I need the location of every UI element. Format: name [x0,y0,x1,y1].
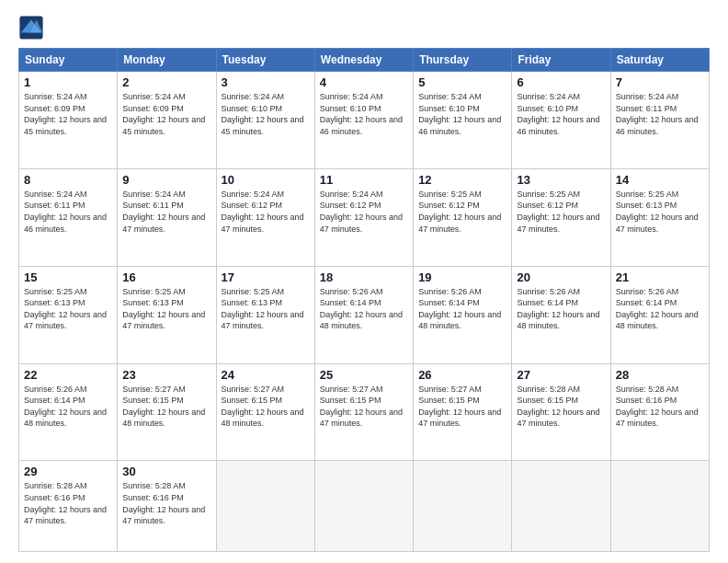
calendar-cell [512,461,610,552]
calendar-header-wednesday: Wednesday [314,49,413,72]
day-info: Sunrise: 5:26 AM Sunset: 6:14 PM Dayligh… [616,286,704,332]
calendar-cell: 22 Sunrise: 5:26 AM Sunset: 6:14 PM Dayl… [19,363,118,461]
day-number: 25 [320,368,408,382]
day-number: 19 [418,270,506,284]
calendar-cell [216,461,314,552]
calendar-cell: 18 Sunrise: 5:26 AM Sunset: 6:14 PM Dayl… [314,266,413,363]
calendar-cell: 21 Sunrise: 5:26 AM Sunset: 6:14 PM Dayl… [610,266,709,363]
calendar-cell: 19 Sunrise: 5:26 AM Sunset: 6:14 PM Dayl… [414,266,512,363]
day-info: Sunrise: 5:27 AM Sunset: 6:15 PM Dayligh… [320,384,408,430]
calendar-cell: 7 Sunrise: 5:24 AM Sunset: 6:11 PM Dayli… [610,72,709,169]
calendar-cell: 6 Sunrise: 5:24 AM Sunset: 6:10 PM Dayli… [512,72,610,169]
calendar-cell: 1 Sunrise: 5:24 AM Sunset: 6:09 PM Dayli… [19,72,118,169]
day-info: Sunrise: 5:26 AM Sunset: 6:14 PM Dayligh… [418,286,506,332]
page: SundayMondayTuesdayWednesdayThursdayFrid… [0,0,728,563]
day-info: Sunrise: 5:27 AM Sunset: 6:15 PM Dayligh… [418,384,506,430]
calendar-cell: 4 Sunrise: 5:24 AM Sunset: 6:10 PM Dayli… [314,72,413,169]
calendar-cell: 26 Sunrise: 5:27 AM Sunset: 6:15 PM Dayl… [414,363,512,461]
day-info: Sunrise: 5:27 AM Sunset: 6:15 PM Dayligh… [222,384,310,430]
day-number: 20 [517,270,605,284]
calendar-cell: 28 Sunrise: 5:28 AM Sunset: 6:16 PM Dayl… [610,363,709,461]
day-info: Sunrise: 5:28 AM Sunset: 6:16 PM Dayligh… [24,480,112,526]
day-number: 21 [616,270,704,284]
day-info: Sunrise: 5:25 AM Sunset: 6:12 PM Dayligh… [517,189,605,235]
day-info: Sunrise: 5:24 AM Sunset: 6:11 PM Dayligh… [122,189,210,235]
calendar-cell: 14 Sunrise: 5:25 AM Sunset: 6:13 PM Dayl… [610,168,709,266]
calendar-cell: 8 Sunrise: 5:24 AM Sunset: 6:11 PM Dayli… [19,168,118,266]
day-number: 2 [122,75,210,89]
calendar-cell: 11 Sunrise: 5:24 AM Sunset: 6:12 PM Dayl… [314,168,413,266]
day-info: Sunrise: 5:28 AM Sunset: 6:16 PM Dayligh… [122,480,210,526]
calendar-cell: 13 Sunrise: 5:25 AM Sunset: 6:12 PM Dayl… [512,168,610,266]
calendar-cell [414,461,512,552]
day-info: Sunrise: 5:24 AM Sunset: 6:10 PM Dayligh… [517,91,605,137]
day-number: 8 [24,173,112,187]
calendar-body: 1 Sunrise: 5:24 AM Sunset: 6:09 PM Dayli… [19,72,710,552]
day-info: Sunrise: 5:26 AM Sunset: 6:14 PM Dayligh… [517,286,605,332]
day-info: Sunrise: 5:24 AM Sunset: 6:10 PM Dayligh… [222,91,310,137]
calendar-header-sunday: Sunday [19,49,118,72]
calendar-cell: 10 Sunrise: 5:24 AM Sunset: 6:12 PM Dayl… [216,168,314,266]
day-number: 30 [122,465,210,478]
calendar-cell [314,461,413,552]
day-number: 18 [320,270,408,284]
day-number: 15 [24,270,112,284]
day-info: Sunrise: 5:25 AM Sunset: 6:12 PM Dayligh… [418,189,506,235]
day-number: 13 [517,173,605,187]
calendar-week-5: 29 Sunrise: 5:28 AM Sunset: 6:16 PM Dayl… [19,461,710,552]
day-info: Sunrise: 5:24 AM Sunset: 6:12 PM Dayligh… [222,189,310,235]
day-number: 28 [616,368,704,382]
calendar-week-1: 1 Sunrise: 5:24 AM Sunset: 6:09 PM Dayli… [19,72,710,169]
day-number: 26 [418,368,506,382]
day-number: 1 [24,75,112,89]
logo-icon [18,15,44,40]
day-info: Sunrise: 5:25 AM Sunset: 6:13 PM Dayligh… [222,286,310,332]
day-info: Sunrise: 5:26 AM Sunset: 6:14 PM Dayligh… [320,286,408,332]
calendar-week-4: 22 Sunrise: 5:26 AM Sunset: 6:14 PM Dayl… [19,363,710,461]
day-number: 29 [24,465,112,478]
day-info: Sunrise: 5:25 AM Sunset: 6:13 PM Dayligh… [122,286,210,332]
day-info: Sunrise: 5:24 AM Sunset: 6:09 PM Dayligh… [122,91,210,137]
day-info: Sunrise: 5:26 AM Sunset: 6:14 PM Dayligh… [24,384,112,430]
day-number: 10 [222,173,310,187]
calendar-cell: 2 Sunrise: 5:24 AM Sunset: 6:09 PM Dayli… [118,72,216,169]
calendar-cell: 15 Sunrise: 5:25 AM Sunset: 6:13 PM Dayl… [19,266,118,363]
day-number: 22 [24,368,112,382]
calendar-cell: 5 Sunrise: 5:24 AM Sunset: 6:10 PM Dayli… [414,72,512,169]
calendar-header-friday: Friday [512,49,610,72]
calendar-cell: 23 Sunrise: 5:27 AM Sunset: 6:15 PM Dayl… [118,363,216,461]
day-info: Sunrise: 5:25 AM Sunset: 6:13 PM Dayligh… [24,286,112,332]
calendar-cell: 20 Sunrise: 5:26 AM Sunset: 6:14 PM Dayl… [512,266,610,363]
calendar-cell [610,461,709,552]
day-info: Sunrise: 5:24 AM Sunset: 6:11 PM Dayligh… [24,189,112,235]
calendar-header-thursday: Thursday [414,49,512,72]
day-number: 7 [616,75,704,89]
calendar-week-3: 15 Sunrise: 5:25 AM Sunset: 6:13 PM Dayl… [19,266,710,363]
header [18,15,710,40]
day-number: 11 [320,173,408,187]
day-number: 24 [222,368,310,382]
day-number: 9 [122,173,210,187]
day-info: Sunrise: 5:28 AM Sunset: 6:15 PM Dayligh… [517,384,605,430]
calendar-cell: 12 Sunrise: 5:25 AM Sunset: 6:12 PM Dayl… [414,168,512,266]
day-info: Sunrise: 5:24 AM Sunset: 6:11 PM Dayligh… [616,91,704,137]
day-info: Sunrise: 5:24 AM Sunset: 6:10 PM Dayligh… [320,91,408,137]
calendar-header-saturday: Saturday [610,49,709,72]
day-number: 3 [222,75,310,89]
day-number: 27 [517,368,605,382]
day-info: Sunrise: 5:27 AM Sunset: 6:15 PM Dayligh… [122,384,210,430]
logo [18,15,48,40]
calendar-cell: 9 Sunrise: 5:24 AM Sunset: 6:11 PM Dayli… [118,168,216,266]
calendar-cell: 27 Sunrise: 5:28 AM Sunset: 6:15 PM Dayl… [512,363,610,461]
day-info: Sunrise: 5:28 AM Sunset: 6:16 PM Dayligh… [616,384,704,430]
calendar-cell: 25 Sunrise: 5:27 AM Sunset: 6:15 PM Dayl… [314,363,413,461]
day-info: Sunrise: 5:24 AM Sunset: 6:10 PM Dayligh… [418,91,506,137]
day-number: 16 [122,270,210,284]
calendar-header-tuesday: Tuesday [216,49,314,72]
calendar-table: SundayMondayTuesdayWednesdayThursdayFrid… [18,48,710,552]
calendar-cell: 30 Sunrise: 5:28 AM Sunset: 6:16 PM Dayl… [118,461,216,552]
calendar-cell: 17 Sunrise: 5:25 AM Sunset: 6:13 PM Dayl… [216,266,314,363]
day-info: Sunrise: 5:24 AM Sunset: 6:12 PM Dayligh… [320,189,408,235]
calendar-header-monday: Monday [118,49,216,72]
day-number: 5 [418,75,506,89]
